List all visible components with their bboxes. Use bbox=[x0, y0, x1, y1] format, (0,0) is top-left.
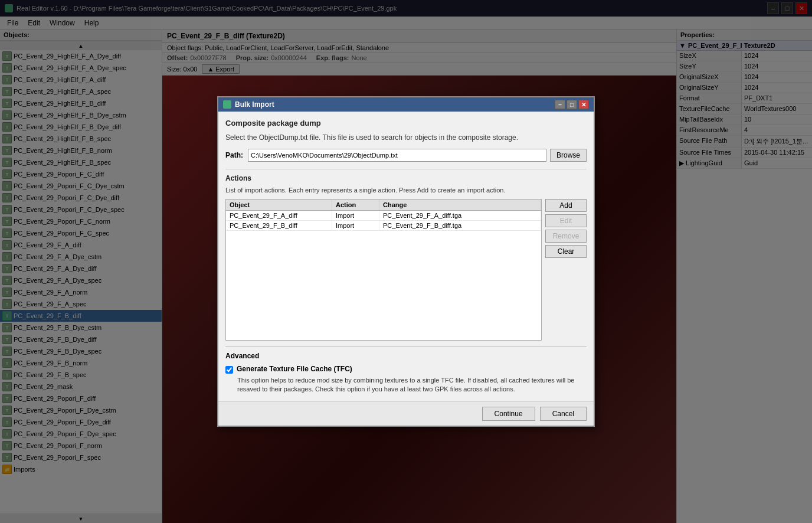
cancel-button[interactable]: Cancel bbox=[540, 407, 587, 421]
col-action: Action bbox=[332, 200, 379, 210]
table-row[interactable]: PC_Event_29_F_A_diff Import PC_Event_29_… bbox=[226, 211, 541, 221]
browse-button[interactable]: Browse bbox=[550, 149, 587, 162]
modal-minimize-button[interactable]: – bbox=[555, 100, 565, 109]
path-input[interactable] bbox=[248, 149, 546, 162]
path-row: Path: Browse bbox=[225, 149, 587, 162]
modal-controls: – □ ✕ bbox=[555, 100, 589, 109]
modal-title-bar: Bulk Import – □ ✕ bbox=[218, 97, 594, 112]
bulk-import-modal: Bulk Import – □ ✕ Composite package dump… bbox=[217, 96, 595, 426]
tfc-checkbox[interactable] bbox=[225, 366, 233, 374]
advanced-title: Advanced bbox=[225, 352, 587, 360]
cell-change: PC_Event_29_F_B_diff.tga bbox=[379, 221, 541, 230]
modal-overlay: Bulk Import – □ ✕ Composite package dump… bbox=[0, 0, 812, 523]
tfc-checkbox-label[interactable]: Generate Texture File Cache (TFC) bbox=[237, 365, 352, 373]
table-header: Object Action Change bbox=[226, 200, 541, 211]
modal-maximize-button[interactable]: □ bbox=[567, 100, 577, 109]
table-row[interactable]: PC_Event_29_F_B_diff Import PC_Event_29_… bbox=[226, 221, 541, 231]
modal-description: Select the ObjectDump.txt file. This fil… bbox=[225, 133, 587, 142]
modal-icon bbox=[223, 100, 231, 109]
cell-change: PC_Event_29_F_A_diff.tga bbox=[379, 211, 541, 220]
actions-table-container: Object Action Change PC_Event_29_F_A_dif… bbox=[225, 199, 587, 341]
path-label: Path: bbox=[225, 151, 243, 159]
edit-button[interactable]: Edit bbox=[545, 214, 587, 227]
cell-object: PC_Event_29_F_A_diff bbox=[226, 211, 332, 220]
clear-button[interactable]: Clear bbox=[545, 245, 587, 258]
modal-section-title: Composite package dump bbox=[225, 119, 587, 128]
modal-title: Bulk Import bbox=[235, 100, 274, 109]
modal-close-button[interactable]: ✕ bbox=[578, 100, 589, 109]
tfc-checkbox-description: This option helps to reduce mod size by … bbox=[237, 376, 587, 394]
modal-footer: Continue Cancel bbox=[218, 401, 594, 426]
table-actions: Add Edit Remove Clear bbox=[545, 199, 587, 341]
continue-button[interactable]: Continue bbox=[482, 407, 535, 421]
section-divider bbox=[225, 169, 587, 169]
actions-table: Object Action Change PC_Event_29_F_A_dif… bbox=[225, 199, 542, 341]
checkbox-row: Generate Texture File Cache (TFC) bbox=[225, 365, 587, 374]
actions-title: Actions bbox=[225, 174, 587, 182]
modal-content: Composite package dump Select the Object… bbox=[218, 112, 594, 401]
advanced-section: Advanced Generate Texture File Cache (TF… bbox=[225, 347, 587, 394]
actions-description: List of import actions. Each entry repre… bbox=[225, 186, 587, 195]
cell-action: Import bbox=[332, 221, 379, 230]
col-change: Change bbox=[379, 200, 541, 210]
col-object: Object bbox=[226, 200, 332, 210]
remove-button[interactable]: Remove bbox=[545, 230, 587, 243]
cell-action: Import bbox=[332, 211, 379, 220]
add-button[interactable]: Add bbox=[545, 199, 587, 212]
cell-object: PC_Event_29_F_B_diff bbox=[226, 221, 332, 230]
